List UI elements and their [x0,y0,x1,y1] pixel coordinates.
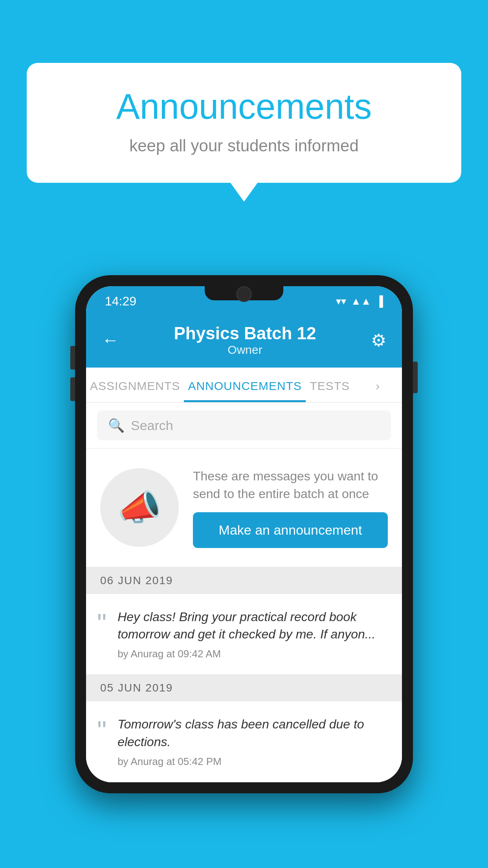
app-header: ← Physics Batch 12 Owner ⚙ [86,314,402,368]
announcement-item-1[interactable]: " Hey class! Bring your practical record… [86,594,402,675]
speech-bubble-section: Announcements keep all your students inf… [27,63,461,183]
announcement-description: These are messages you want to send to t… [193,467,388,503]
volume-up-button [70,346,75,370]
header-center: Physics Batch 12 Owner [174,324,316,357]
signal-icon: ▲▲ [351,295,371,307]
wifi-icon: ▾▾ [336,295,346,307]
tab-more[interactable]: › [354,368,402,402]
header-subtitle: Owner [174,343,316,357]
make-announcement-button[interactable]: Make an announcement [193,512,388,548]
tabs-bar: ASSIGNMENTS ANNOUNCEMENTS TESTS › [86,368,402,403]
date-separator-2: 05 JUN 2019 [86,675,402,701]
bubble-title: Announcements [58,86,430,127]
tab-tests[interactable]: TESTS [306,368,354,402]
tab-assignments[interactable]: ASSIGNMENTS [86,368,184,402]
quote-icon-1: " [97,610,106,636]
phone-mockup: 14:29 ▾▾ ▲▲ ▐ ← Physics Batch 12 Owner ⚙ [75,275,413,793]
bubble-subtitle: keep all your students informed [58,136,430,155]
battery-icon: ▐ [376,295,383,307]
search-input-container[interactable]: 🔍 Search [97,410,391,440]
search-placeholder: Search [131,418,173,433]
phone-screen: 14:29 ▾▾ ▲▲ ▐ ← Physics Batch 12 Owner ⚙ [86,286,402,782]
speech-bubble-card: Announcements keep all your students inf… [27,63,461,183]
announcement-meta-1: by Anurag at 09:42 AM [117,648,388,660]
volume-down-button [70,377,75,401]
announcement-text-1: Hey class! Bring your practical record b… [117,608,388,644]
search-bar: 🔍 Search [86,403,402,449]
announcement-content-1: Hey class! Bring your practical record b… [117,608,388,660]
announcement-right: These are messages you want to send to t… [193,467,388,548]
power-button [413,362,418,393]
back-button[interactable]: ← [102,330,119,350]
header-title: Physics Batch 12 [174,324,316,343]
megaphone-icon: 📣 [117,487,161,528]
phone-outer: 14:29 ▾▾ ▲▲ ▐ ← Physics Batch 12 Owner ⚙ [75,275,413,793]
announcement-item-2[interactable]: " Tomorrow's class has been cancelled du… [86,701,402,782]
quote-icon-2: " [97,717,106,744]
phone-camera [236,286,252,302]
content-area: 🔍 Search 📣 These are messages you want t… [86,403,402,782]
announcement-content-2: Tomorrow's class has been cancelled due … [117,715,388,768]
megaphone-circle: 📣 [100,468,179,547]
tab-announcements[interactable]: ANNOUNCEMENTS [184,368,306,402]
search-icon: 🔍 [108,417,125,433]
announcement-prompt: 📣 These are messages you want to send to… [86,449,402,567]
status-time: 14:29 [105,294,136,309]
settings-icon[interactable]: ⚙ [371,330,386,350]
date-label-1: 06 JUN 2019 [100,574,173,587]
date-separator-1: 06 JUN 2019 [86,567,402,594]
announcement-text-2: Tomorrow's class has been cancelled due … [117,715,388,751]
date-label-2: 05 JUN 2019 [100,682,173,694]
announcement-meta-2: by Anurag at 05:42 PM [117,756,388,768]
status-icons: ▾▾ ▲▲ ▐ [336,295,383,307]
